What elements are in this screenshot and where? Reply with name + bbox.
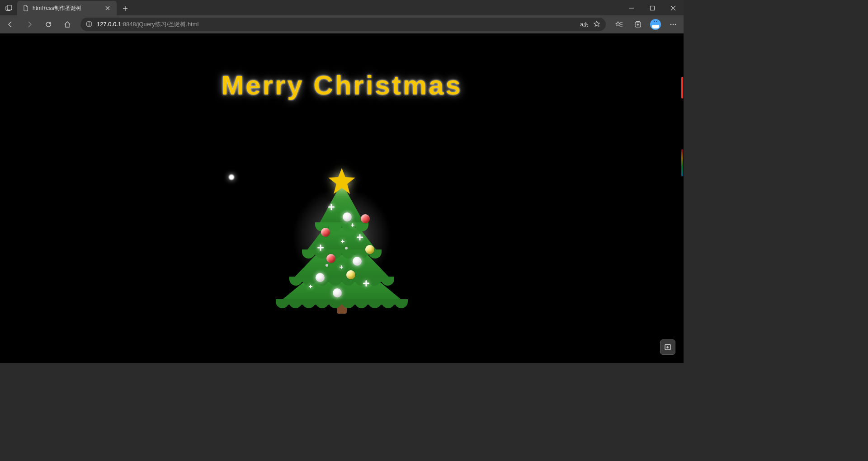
- home-button[interactable]: [59, 17, 76, 32]
- ornament-red: [321, 228, 330, 237]
- ornament-white: [316, 273, 325, 282]
- svg-point-4: [89, 22, 90, 23]
- page-viewport: Merry Christmas: [0, 33, 684, 363]
- svg-point-9: [673, 24, 674, 25]
- site-info-icon[interactable]: [86, 21, 92, 28]
- sparkle-icon: [363, 280, 369, 287]
- maximize-button[interactable]: [642, 1, 663, 15]
- christmas-tree: [274, 169, 410, 314]
- svg-point-10: [675, 24, 676, 25]
- tab-active[interactable]: html+css制作圣诞树: [17, 1, 117, 15]
- web-capture-button[interactable]: [660, 339, 675, 355]
- ornament-yellow: [346, 270, 355, 279]
- scrollbar-indicator: [681, 77, 683, 99]
- sparkle-icon: [351, 223, 354, 227]
- page-heading: Merry Christmas: [221, 70, 462, 101]
- svg-rect-1: [7, 5, 12, 10]
- nav-toolbar: 127.0.0.1:8848/jQuery练习/圣诞树.html aあ: [0, 15, 684, 33]
- tab-title: html+css制作圣诞树: [33, 5, 100, 12]
- tab-actions-button[interactable]: [0, 1, 17, 15]
- ornament-white: [343, 212, 352, 221]
- ornament-yellow: [365, 245, 374, 254]
- svg-rect-2: [651, 6, 655, 10]
- tree-star-icon: [326, 167, 357, 198]
- tab-strip: html+css制作圣诞树: [17, 0, 132, 15]
- sparkle-dot: [345, 247, 348, 249]
- svg-rect-5: [89, 24, 89, 26]
- sparkle-icon: [309, 285, 312, 288]
- sparkle-icon: [317, 245, 324, 251]
- ornament-red: [326, 254, 335, 263]
- reading-mode-button[interactable]: aあ: [580, 21, 589, 28]
- window-controls: [621, 1, 684, 15]
- sparkle-icon: [340, 265, 343, 269]
- refresh-button[interactable]: [40, 17, 57, 32]
- tree-layer-edge: [289, 277, 394, 286]
- url-text: 127.0.0.1:8848/jQuery练习/圣诞树.html: [97, 20, 576, 28]
- more-button[interactable]: [665, 17, 682, 32]
- sparkle-icon: [328, 204, 335, 210]
- address-bar[interactable]: 127.0.0.1:8848/jQuery练习/圣诞树.html aあ: [80, 18, 606, 31]
- tab-close-button[interactable]: [104, 5, 111, 12]
- new-tab-button[interactable]: [118, 2, 132, 15]
- minimize-button[interactable]: [621, 1, 642, 15]
- titlebar: html+css制作圣诞树: [0, 0, 684, 15]
- svg-point-8: [670, 24, 672, 25]
- collections-button[interactable]: [629, 17, 646, 32]
- ornament-red: [361, 214, 370, 223]
- scrollbar-indicator: [681, 149, 683, 176]
- sparkle-icon: [341, 240, 344, 243]
- close-window-button[interactable]: [663, 1, 684, 15]
- forward-button[interactable]: [21, 17, 38, 32]
- favorite-button[interactable]: [593, 20, 600, 29]
- file-icon: [23, 5, 29, 11]
- ornament-white: [333, 288, 342, 297]
- tree-layer-edge: [276, 299, 408, 308]
- snowflake: [229, 174, 234, 180]
- ornament-white: [353, 257, 362, 266]
- browser-window: html+css制作圣诞树 127.0.0.1:8848/jQuery练习/圣诞…: [0, 0, 684, 363]
- sparkle-icon: [357, 234, 363, 240]
- favorites-list-button[interactable]: [610, 17, 627, 32]
- sparkle-dot: [326, 264, 328, 267]
- back-button[interactable]: [2, 17, 19, 32]
- profile-button[interactable]: [650, 19, 661, 30]
